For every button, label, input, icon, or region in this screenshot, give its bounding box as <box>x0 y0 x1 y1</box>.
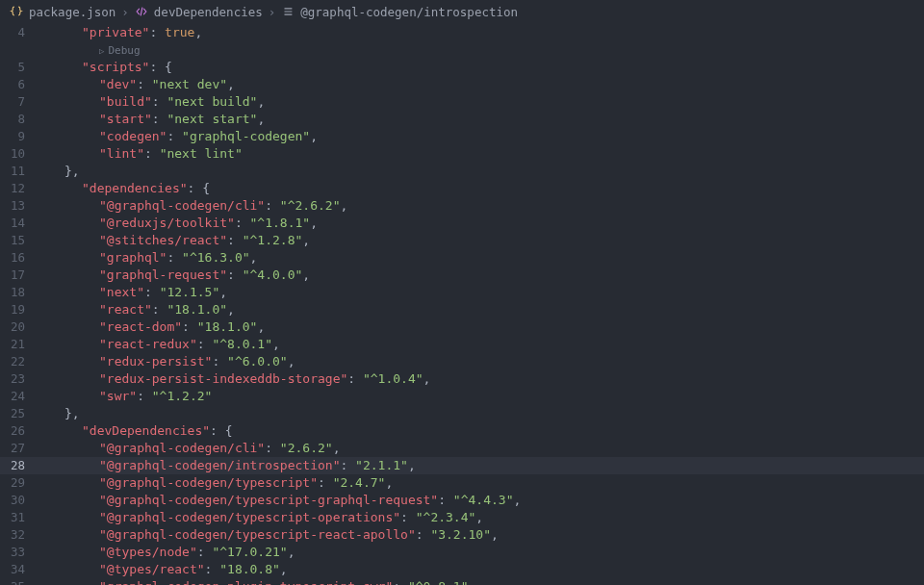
code-line[interactable]: 18"next": "12.1.5", <box>0 284 924 301</box>
code-line[interactable]: 5"scripts": { <box>0 59 924 76</box>
code-editor[interactable]: package.json › devDependencies › @graphq… <box>0 0 924 585</box>
code-line[interactable]: 19"react": "18.1.0", <box>0 301 924 318</box>
code-line[interactable]: 33"@types/node": "^17.0.21", <box>0 544 924 561</box>
line-number[interactable]: 11 <box>0 163 38 180</box>
breadcrumb-item-key[interactable]: @graphql-codegen/introspection <box>300 5 518 19</box>
code-line[interactable]: 12"dependencies": { <box>0 180 924 197</box>
line-number[interactable]: 17 <box>0 267 38 284</box>
code-line[interactable]: 16"graphql": "^16.3.0", <box>0 249 924 267</box>
line-number[interactable]: 13 <box>0 197 38 215</box>
code-line[interactable]: 29"@graphql-codegen/typescript": "2.4.7"… <box>0 474 924 492</box>
code-line[interactable]: 27"@graphql-codegen/cli": "2.6.2", <box>0 440 924 457</box>
code-content: "build": "next build", <box>90 93 924 111</box>
line-number[interactable]: 10 <box>0 145 38 163</box>
line-number[interactable]: 20 <box>0 318 38 336</box>
code-line[interactable]: 28"@graphql-codegen/introspection": "2.1… <box>0 457 924 474</box>
code-line[interactable]: 22"redux-persist": "^6.0.0", <box>0 353 924 370</box>
breadcrumb[interactable]: package.json › devDependencies › @graphq… <box>0 0 924 24</box>
json-value: "18.1.0" <box>197 319 258 334</box>
code-line[interactable]: 8"start": "next start", <box>0 111 924 128</box>
line-number[interactable]: 4 <box>0 24 38 41</box>
code-line[interactable]: 32"@graphql-codegen/typescript-react-apo… <box>0 526 924 544</box>
code-line[interactable]: 25}, <box>0 405 924 422</box>
code-line[interactable]: 4"private": true, <box>0 24 924 41</box>
code-content: "graphql": "^16.3.0", <box>90 249 924 267</box>
code-content: "@reduxjs/toolkit": "^1.8.1", <box>90 215 924 232</box>
code-line[interactable]: 7"build": "next build", <box>0 93 924 111</box>
line-number[interactable]: 12 <box>0 180 38 197</box>
json-value: "18.0.8" <box>219 562 280 576</box>
line-number[interactable]: 18 <box>0 284 38 301</box>
line-number[interactable]: 8 <box>0 111 38 128</box>
code-line[interactable]: 9"codegen": "graphql-codegen", <box>0 128 924 145</box>
code-line[interactable]: 15"@stitches/react": "^1.2.8", <box>0 232 924 249</box>
code-content: "next": "12.1.5", <box>90 284 924 301</box>
json-key: "@graphql-codegen/cli" <box>99 198 265 213</box>
line-number[interactable]: 27 <box>0 440 38 457</box>
code-line[interactable]: 10"lint": "next lint" <box>0 145 924 163</box>
line-number[interactable]: 23 <box>0 370 38 388</box>
code-line[interactable]: 26"devDependencies": { <box>0 422 924 440</box>
line-number[interactable]: 29 <box>0 474 38 492</box>
code-line[interactable]: 11}, <box>0 163 924 180</box>
json-key: "@types/react" <box>99 562 205 576</box>
code-icon <box>135 5 148 18</box>
code-content: "swr": "^1.2.2" <box>90 388 924 405</box>
line-number[interactable]: 26 <box>0 422 38 440</box>
line-number[interactable]: 32 <box>0 526 38 544</box>
braces-icon <box>10 5 23 18</box>
json-value: "^0.8.1" <box>408 579 469 585</box>
json-key: "graphql-request" <box>99 267 227 282</box>
line-number[interactable]: 24 <box>0 388 38 405</box>
line-number[interactable]: 35 <box>0 578 38 585</box>
line-number[interactable]: 22 <box>0 353 38 370</box>
line-number[interactable]: 7 <box>0 93 38 111</box>
line-number[interactable]: 33 <box>0 544 38 561</box>
breadcrumb-item-file[interactable]: package.json <box>29 5 116 19</box>
code-content: "@graphql-codegen/cli": "^2.6.2", <box>90 197 924 215</box>
code-content: "redux-persist": "^6.0.0", <box>90 353 924 370</box>
line-number[interactable]: 30 <box>0 492 38 509</box>
line-number[interactable]: 5 <box>0 59 38 76</box>
list-icon <box>281 5 295 18</box>
line-number[interactable]: 21 <box>0 336 38 353</box>
json-key: "graphql-codegen-plugin-typescript-swr" <box>99 579 393 585</box>
line-number[interactable]: 9 <box>0 128 38 145</box>
json-key: "dependencies" <box>82 181 188 195</box>
json-key: "start" <box>99 112 152 126</box>
line-number[interactable]: 28 <box>0 457 38 474</box>
json-value: true <box>165 25 194 39</box>
code-content: }, <box>56 163 924 180</box>
line-number[interactable]: 19 <box>0 301 38 318</box>
line-number[interactable]: 25 <box>0 405 38 422</box>
line-number[interactable]: 14 <box>0 215 38 232</box>
debug-codelens[interactable]: ▷Debug <box>99 42 141 60</box>
line-number[interactable]: 31 <box>0 509 38 526</box>
code-line[interactable]: 30"@graphql-codegen/typescript-graphql-r… <box>0 492 924 509</box>
line-number[interactable]: 15 <box>0 232 38 249</box>
code-line[interactable]: 34"@types/react": "18.0.8", <box>0 561 924 578</box>
line-number[interactable]: 34 <box>0 561 38 578</box>
json-value: "3.2.10" <box>430 527 491 542</box>
json-key: "graphql" <box>99 250 167 265</box>
code-content: "@graphql-codegen/typescript-react-apoll… <box>90 526 924 544</box>
code-line[interactable]: 21"react-redux": "^8.0.1", <box>0 336 924 353</box>
json-key: "@types/node" <box>99 545 197 559</box>
code-line[interactable]: 20"react-dom": "18.1.0", <box>0 318 924 336</box>
code-line[interactable]: ▷Debug <box>0 41 924 59</box>
code-line[interactable]: 23"redux-persist-indexeddb-storage": "^1… <box>0 370 924 388</box>
code-line[interactable]: 24"swr": "^1.2.2" <box>0 388 924 405</box>
code-line[interactable]: 31"@graphql-codegen/typescript-operation… <box>0 509 924 526</box>
line-number[interactable]: 6 <box>0 76 38 93</box>
line-number[interactable]: 16 <box>0 249 38 267</box>
code-content: "private": true, <box>73 24 924 41</box>
code-line[interactable]: 14"@reduxjs/toolkit": "^1.8.1", <box>0 215 924 232</box>
code-line[interactable]: 13"@graphql-codegen/cli": "^2.6.2", <box>0 197 924 215</box>
code-line[interactable]: 6"dev": "next dev", <box>0 76 924 93</box>
code-body[interactable]: 4"private": true,▷Debug5"scripts": {6"de… <box>0 24 924 585</box>
chevron-right-icon: › <box>121 5 129 19</box>
code-content: "graphql-codegen-plugin-typescript-swr":… <box>90 578 924 585</box>
breadcrumb-item-section[interactable]: devDependencies <box>154 5 263 19</box>
code-line[interactable]: 35"graphql-codegen-plugin-typescript-swr… <box>0 578 924 585</box>
code-line[interactable]: 17"graphql-request": "^4.0.0", <box>0 267 924 284</box>
